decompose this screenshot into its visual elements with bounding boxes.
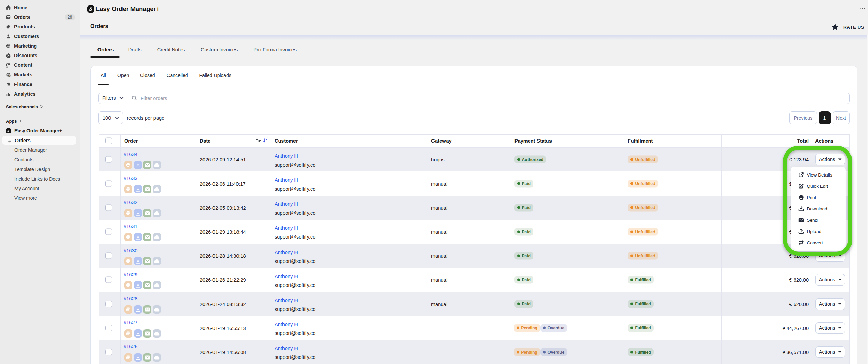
svg-text:$: $ (9, 75, 10, 77)
